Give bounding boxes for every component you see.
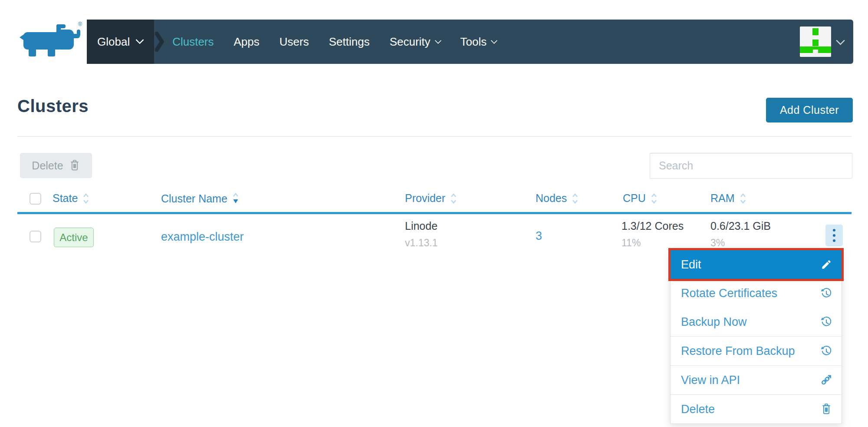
provider-version: v1.13.1 [405, 237, 437, 249]
menu-item-backup-now[interactable]: Backup Now [671, 308, 842, 336]
trash-icon [69, 159, 80, 172]
breadcrumb-separator-icon [155, 32, 164, 52]
chevron-down-icon [135, 36, 144, 44]
menu-item-rotate-certificates[interactable]: Rotate Certificates [671, 279, 842, 308]
row-actions-kebab-button[interactable] [825, 225, 843, 246]
sort-icon [740, 192, 746, 205]
global-context-label: Global [97, 35, 130, 49]
rancher-clusters-page: ® Global Clusters Apps Users Settings Se… [0, 0, 868, 427]
user-menu[interactable] [800, 26, 853, 57]
chevron-down-icon [491, 37, 498, 44]
sort-icon-active-desc [233, 192, 239, 205]
page-title: Clusters [17, 96, 89, 116]
menu-item-restore-from-backup[interactable]: Restore From Backup [671, 337, 842, 365]
ram-usage: 0.6/23.1 GiB [710, 220, 771, 232]
nav-item-security[interactable]: Security [390, 35, 441, 49]
trash-icon [821, 403, 832, 415]
nav-item-apps[interactable]: Apps [234, 35, 260, 49]
ram-percent: 3% [710, 237, 771, 249]
cluster-name-link[interactable]: example-cluster [161, 230, 244, 244]
sort-icon [83, 192, 89, 205]
column-header-cpu[interactable]: CPU [623, 192, 657, 205]
ram-cell: 0.6/23.1 GiB 3% [710, 220, 771, 249]
menu-item-delete[interactable]: Delete [671, 395, 842, 424]
history-icon [820, 345, 832, 357]
menu-item-edit[interactable]: Edit [671, 250, 842, 279]
bulk-delete-label: Delete [32, 159, 63, 172]
rancher-logo[interactable]: ® [18, 21, 83, 62]
table-header-row: State Cluster Name Provider Nodes CP [17, 189, 852, 212]
sort-icon [450, 192, 457, 205]
column-header-cluster-name[interactable]: Cluster Name [161, 192, 239, 205]
history-icon [820, 288, 832, 299]
section-divider [17, 136, 852, 137]
chevron-down-icon [836, 36, 845, 45]
row-checkbox[interactable] [30, 231, 41, 242]
history-icon [820, 316, 832, 328]
user-avatar [800, 26, 831, 57]
column-header-ram[interactable]: RAM [710, 192, 746, 205]
nav-item-clusters[interactable]: Clusters [172, 35, 214, 49]
add-cluster-button[interactable]: Add Cluster [766, 98, 853, 122]
row-actions-menu: Edit Rotate Certificates Backup Now [670, 250, 842, 424]
cpu-cell: 1.3/12 Cores 11% [621, 220, 684, 249]
cpu-usage: 1.3/12 Cores [621, 220, 684, 232]
status-badge: Active [54, 228, 94, 247]
global-context-menu[interactable]: Global [87, 20, 154, 64]
external-link-icon [820, 374, 832, 386]
sort-icon [651, 192, 657, 205]
nav-items: Clusters Apps Users Settings Security To… [172, 35, 496, 49]
cpu-percent: 11% [621, 237, 684, 249]
search-input[interactable] [650, 153, 852, 179]
nav-item-users[interactable]: Users [279, 35, 309, 49]
chevron-down-icon [434, 37, 441, 44]
pencil-icon [821, 259, 832, 270]
top-navbar: Global Clusters Apps Users Settings Secu… [87, 20, 853, 64]
nodes-count-link[interactable]: 3 [536, 229, 542, 243]
nav-item-tools[interactable]: Tools [460, 35, 497, 49]
menu-item-view-in-api[interactable]: View in API [671, 366, 842, 394]
provider-name: Linode [405, 220, 437, 232]
nav-item-settings[interactable]: Settings [329, 35, 370, 49]
bulk-delete-button[interactable]: Delete [20, 153, 92, 178]
provider-cell: Linode v1.13.1 [405, 220, 437, 249]
sort-icon [572, 192, 578, 205]
column-header-nodes[interactable]: Nodes [536, 192, 578, 205]
registered-mark: ® [78, 21, 82, 27]
select-all-checkbox[interactable] [30, 193, 41, 205]
column-header-state[interactable]: State [53, 192, 89, 205]
column-header-provider[interactable]: Provider [405, 192, 457, 205]
